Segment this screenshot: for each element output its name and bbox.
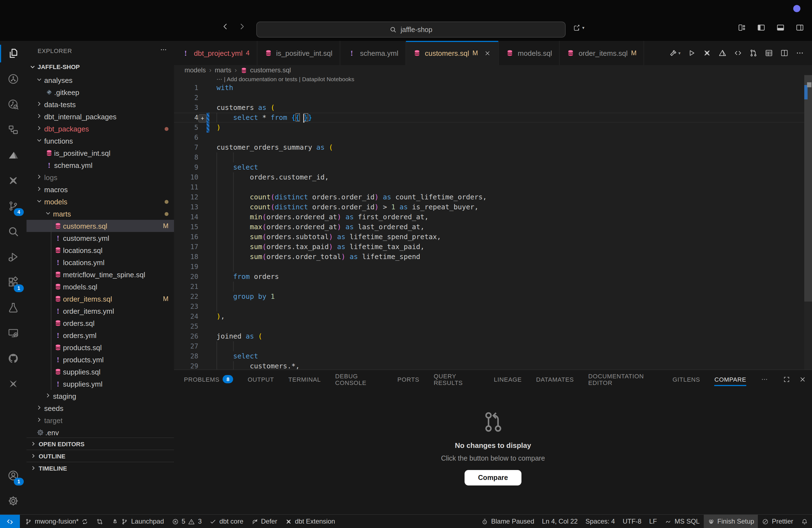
code-line-25[interactable]: 25 xyxy=(174,321,812,332)
tree-item-models[interactable]: models xyxy=(27,195,174,208)
nav-forward-icon[interactable] xyxy=(237,22,246,31)
activity-item-accounts[interactable]: 1 xyxy=(0,463,27,488)
tab-models.sql[interactable]: models.sql xyxy=(499,41,560,65)
panel-tab-debug-console[interactable]: DEBUG CONSOLE xyxy=(335,370,383,388)
activity-item-jinja[interactable] xyxy=(0,168,27,193)
tab-customers.sql[interactable]: customers.sqlM xyxy=(406,41,499,65)
code-line-1[interactable]: 1with xyxy=(174,83,812,93)
code-line-23[interactable]: 23 xyxy=(174,302,812,311)
tree-item-order_items.sql[interactable]: order_items.sqlM xyxy=(27,293,174,305)
status-item-language-mode[interactable]: MS SQL xyxy=(661,515,704,528)
code-line-8[interactable]: 8 xyxy=(174,152,812,162)
editor-action-git-pull-request[interactable] xyxy=(747,48,760,57)
status-item-problems-status[interactable]: 53 xyxy=(168,515,206,528)
tree-item-is_positive_int.sql[interactable]: is_positive_int.sql xyxy=(27,147,174,159)
code-line-12[interactable]: 12 count(distinct orders.order_id) as co… xyxy=(174,192,812,202)
editor-action-run-query[interactable] xyxy=(685,48,698,57)
panel-tab-ports[interactable]: PORTS xyxy=(397,370,419,388)
tree-item-logs[interactable]: logs xyxy=(27,171,174,184)
tree-item-locations.yml[interactable]: !locations.yml xyxy=(27,256,174,268)
code-line-6[interactable]: 6 xyxy=(174,133,812,143)
activity-item-testing[interactable] xyxy=(0,295,27,320)
code-line-28[interactable]: 28 select xyxy=(174,351,812,361)
activity-item-dbt-power-user[interactable] xyxy=(0,117,27,143)
tab-order_items.sql[interactable]: order_items.sqlM xyxy=(560,41,644,65)
toggle-secondary-sidebar-icon[interactable] xyxy=(795,23,804,32)
share-menu-button[interactable]: ▾ xyxy=(572,23,584,32)
code-line-27[interactable]: 27 xyxy=(174,341,812,351)
status-item-launchpad[interactable]: Launchpad xyxy=(107,515,168,528)
status-item-eol[interactable]: LF xyxy=(645,515,661,528)
status-item-encoding[interactable]: UTF-8 xyxy=(619,515,645,528)
status-item-prettier[interactable]: Prettier xyxy=(758,515,797,528)
sidebar-section-open-editors[interactable]: OPEN EDITORS xyxy=(27,437,174,450)
tree-item-supplies.yml[interactable]: !supplies.yml xyxy=(27,378,174,390)
editor-action-datapilot-action[interactable] xyxy=(716,48,729,57)
code-line-13[interactable]: 13 count(distinct orders.order_id) > 1 a… xyxy=(174,202,812,212)
tree-item-schema.yml[interactable]: !schema.yml xyxy=(27,159,174,171)
activity-item-source-control[interactable]: 4 xyxy=(0,193,27,219)
editor-scrollbar[interactable] xyxy=(804,75,812,369)
tree-item-products.sql[interactable]: products.sql xyxy=(27,341,174,353)
activity-item-remote-explorer[interactable] xyxy=(0,320,27,346)
tab-dbt_project.yml[interactable]: !dbt_project.yml4 xyxy=(174,41,257,65)
panel-tab-lineage[interactable]: LINEAGE xyxy=(494,370,522,388)
code-line-22[interactable]: 22 group by 1 xyxy=(174,292,812,302)
code-line-10[interactable]: 10 orders.customer_id, xyxy=(174,172,812,182)
code-line-17[interactable]: 17 sum(orders.tax_paid) as lifetime_tax_… xyxy=(174,242,812,252)
code-line-9[interactable]: 9 select xyxy=(174,162,812,172)
code-line-19[interactable]: 19 xyxy=(174,262,812,272)
tree-item-customers.sql[interactable]: customers.sqlM xyxy=(27,220,174,232)
breadcrumb-item-customers.sql[interactable]: customers.sql xyxy=(240,66,291,74)
activity-item-explorer[interactable] xyxy=(0,41,27,66)
remote-indicator[interactable] xyxy=(0,515,20,528)
activity-item-settings[interactable] xyxy=(0,488,27,514)
breadcrumb-item-marts[interactable]: marts xyxy=(215,66,231,74)
panel-more-tabs[interactable] xyxy=(760,370,768,388)
panel-tab-compare[interactable]: COMPARE xyxy=(714,370,746,388)
compare-button[interactable]: Compare xyxy=(465,470,521,485)
codelens-actions[interactable]: ⋯ | Add documentation or tests | Datapil… xyxy=(174,75,812,83)
toggle-primary-sidebar-icon[interactable] xyxy=(757,23,766,32)
status-item-finish-setup[interactable]: Finish Setup xyxy=(704,515,758,528)
editor-action-more-actions[interactable] xyxy=(793,48,807,57)
tree-item-customers.yml[interactable]: !customers.yml xyxy=(27,232,174,244)
panel-tab-documentation-editor[interactable]: DOCUMENTATION EDITOR xyxy=(588,370,658,388)
activity-item-source-control-graph[interactable] xyxy=(0,66,27,92)
activity-item-datapilot[interactable] xyxy=(0,143,27,168)
nav-back-icon[interactable] xyxy=(221,22,230,31)
status-item-git-compare-status[interactable] xyxy=(92,515,107,528)
tree-item-.env[interactable]: .env xyxy=(27,426,174,439)
customize-layout-icon[interactable] xyxy=(737,23,746,32)
editor-action-dbt-action[interactable] xyxy=(700,48,714,57)
code-line-3[interactable]: 3customers as ( xyxy=(174,103,812,113)
breadcrumb-item-models[interactable]: models xyxy=(185,66,206,74)
tree-item-supplies.sql[interactable]: supplies.sql xyxy=(27,366,174,378)
tree-item-dbt_packages[interactable]: dbt_packages xyxy=(27,122,174,135)
explorer-more-actions-icon[interactable] xyxy=(160,46,168,54)
tab-schema.yml[interactable]: !schema.yml xyxy=(340,41,406,65)
tree-item-orders.sql[interactable]: orders.sql xyxy=(27,317,174,329)
status-item-indentation[interactable]: Spaces: 4 xyxy=(582,515,619,528)
tree-item-models.sql[interactable]: models.sql xyxy=(27,281,174,293)
activity-item-run-debug[interactable] xyxy=(0,244,27,269)
tree-item-seeds[interactable]: seeds xyxy=(27,402,174,414)
tree-item-dbt_internal_packages[interactable]: dbt_internal_packages xyxy=(27,111,174,122)
tree-item-macros[interactable]: macros xyxy=(27,184,174,195)
tree-item-products.yml[interactable]: !products.yml xyxy=(27,353,174,366)
activity-item-github[interactable] xyxy=(0,346,27,371)
activity-item-lineage-search[interactable] xyxy=(0,92,27,117)
tree-item-data-tests[interactable]: data-tests xyxy=(27,98,174,111)
gutter-add-button[interactable]: + xyxy=(198,114,207,122)
code-line-20[interactable]: 20 from orders xyxy=(174,272,812,282)
panel-tab-output[interactable]: OUTPUT xyxy=(248,370,274,388)
tree-item-target[interactable]: target xyxy=(27,414,174,426)
editor-action-dbt-build[interactable]: ▾ xyxy=(667,48,683,57)
code-line-29[interactable]: 29 customers.*, xyxy=(174,361,812,369)
code-line-15[interactable]: 15 max(orders.ordered_at) as last_ordere… xyxy=(174,222,812,232)
tab-is_positive_int.sql[interactable]: is_positive_int.sql xyxy=(257,41,340,65)
panel-tab-gitlens[interactable]: GITLENS xyxy=(672,370,700,388)
code-line-11[interactable]: 11 xyxy=(174,182,812,192)
code-line-5[interactable]: 5) xyxy=(174,122,812,133)
toggle-panel-icon[interactable] xyxy=(776,23,785,32)
